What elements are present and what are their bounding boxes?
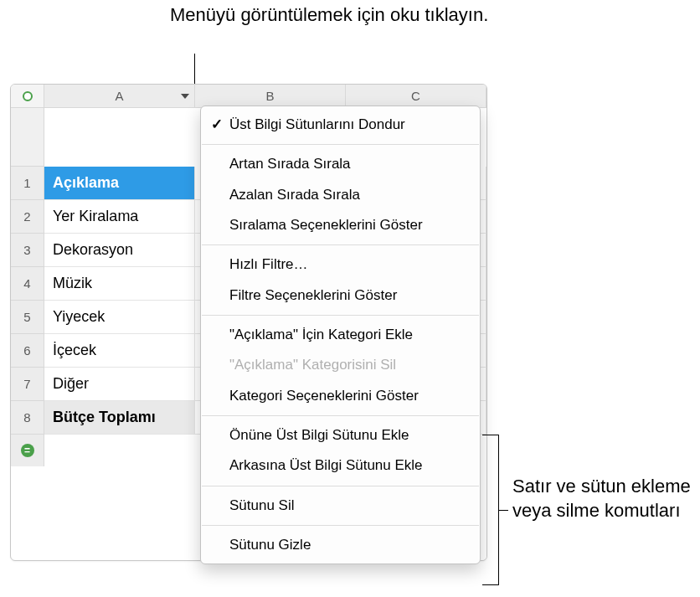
row-header-column: 1 2 3 4 5 6 7 8 =	[11, 108, 44, 466]
cell[interactable]: Müzik	[44, 267, 195, 300]
row-header[interactable]: 7	[11, 368, 44, 401]
column-label: C	[411, 89, 420, 103]
menu-item[interactable]: Filtre Seçeneklerini Göster	[201, 280, 480, 311]
menu-item[interactable]: Önüne Üst Bilgi Sütunu Ekle	[201, 420, 480, 450]
column-header-a[interactable]: A	[44, 85, 195, 107]
cell[interactable]: Dekorasyon	[44, 234, 195, 266]
callout-right: Satır ve sütun ekleme veya silme komutla…	[512, 475, 700, 522]
menu-divider	[202, 415, 479, 416]
row-header-spacer	[11, 108, 44, 167]
callout-line-top	[194, 54, 195, 87]
cell[interactable]: Açıklama	[44, 167, 195, 199]
menu-item[interactable]: Sütunu Sil	[201, 491, 480, 521]
row-header[interactable]: 2	[11, 200, 44, 234]
cell[interactable]: Yer Kiralama	[44, 200, 195, 233]
menu-divider	[202, 315, 479, 316]
plus-icon: =	[21, 444, 34, 457]
table-origin-icon	[23, 91, 33, 101]
menu-divider	[202, 486, 479, 486]
cell[interactable]: Diğer	[44, 368, 195, 400]
row-header[interactable]: 6	[11, 334, 44, 368]
menu-divider	[202, 144, 479, 145]
select-all-corner[interactable]	[11, 85, 44, 108]
menu-item[interactable]: Sıralama Seçeneklerini Göster	[201, 210, 480, 240]
column-label: A	[115, 89, 123, 103]
menu-item[interactable]: Kategori Seçeneklerini Göster	[201, 381, 480, 411]
menu-item[interactable]: Sütunu Gizle	[201, 530, 480, 560]
add-row-button[interactable]: =	[11, 435, 44, 466]
menu-divider	[202, 525, 479, 526]
cell[interactable]: Yiyecek	[44, 301, 195, 333]
row-header[interactable]: 8	[11, 401, 44, 435]
column-header-b[interactable]: B	[195, 85, 346, 107]
cell[interactable]: Bütçe Toplamı	[44, 401, 195, 434]
cell[interactable]: İçecek	[44, 334, 195, 367]
column-label: B	[265, 89, 274, 103]
column-header-row: A B C	[44, 85, 486, 108]
chevron-down-icon[interactable]	[181, 94, 189, 99]
row-header[interactable]: 5	[11, 301, 44, 334]
row-header[interactable]: 1	[11, 167, 44, 200]
menu-item[interactable]: Artan Sırada Sırala	[201, 149, 480, 179]
menu-divider	[202, 244, 479, 245]
menu-item[interactable]: Hızlı Filtre…	[201, 250, 480, 280]
row-header[interactable]: 3	[11, 234, 44, 267]
row-header[interactable]: 4	[11, 267, 44, 301]
callout-top: Menüyü görüntülemek için oku tıklayın.	[170, 3, 488, 28]
menu-item[interactable]: Azalan Sırada Sırala	[201, 180, 480, 210]
menu-item: "Açıklama" Kategorisini Sil	[201, 350, 480, 380]
column-header-c[interactable]: C	[346, 85, 486, 107]
menu-item[interactable]: "Açıklama" İçin Kategori Ekle	[201, 320, 480, 350]
column-context-menu: Üst Bilgi Sütunlarını DondurArtan Sırada…	[200, 106, 481, 564]
callout-bracket	[482, 435, 499, 585]
menu-item[interactable]: Arkasına Üst Bilgi Sütunu Ekle	[201, 450, 480, 481]
menu-item[interactable]: Üst Bilgi Sütunlarını Dondur	[201, 110, 480, 140]
